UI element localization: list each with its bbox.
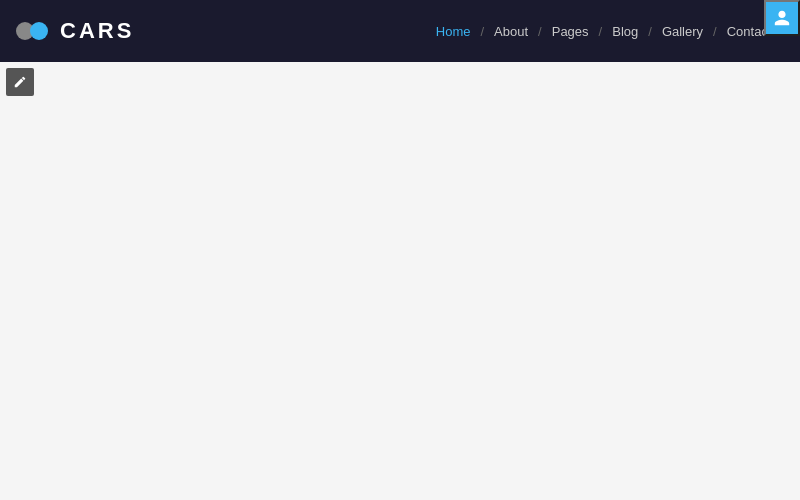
- nav-sep-3: /: [599, 24, 603, 39]
- nav-item-gallery: Gallery: [656, 20, 709, 43]
- nav-sep-4: /: [648, 24, 652, 39]
- main-content: [0, 62, 800, 500]
- circle-blue-icon: [30, 22, 48, 40]
- nav-item-about: About: [488, 20, 534, 43]
- nav-link-blog[interactable]: Blog: [606, 20, 644, 43]
- nav-item-pages: Pages: [546, 20, 595, 43]
- nav-link-home[interactable]: Home: [430, 20, 477, 43]
- nav-sep-2: /: [538, 24, 542, 39]
- nav-link-pages[interactable]: Pages: [546, 20, 595, 43]
- logo-area: CARS: [16, 18, 134, 44]
- nav-item-blog: Blog: [606, 20, 644, 43]
- nav-link-gallery[interactable]: Gallery: [656, 20, 709, 43]
- logo-text: CARS: [60, 18, 134, 44]
- user-icon: [773, 9, 791, 27]
- nav-link-about[interactable]: About: [488, 20, 534, 43]
- pencil-icon: [13, 75, 27, 89]
- navbar: CARS Home / About / Pages / Blog / Galle…: [0, 0, 800, 62]
- nav-sep-5: /: [713, 24, 717, 39]
- logo-icon: [16, 20, 50, 42]
- user-icon-button[interactable]: [764, 0, 800, 36]
- edit-button[interactable]: [6, 68, 34, 96]
- nav-links: Home / About / Pages / Blog / Gallery / …: [430, 20, 784, 43]
- nav-item-home: Home: [430, 20, 477, 43]
- nav-sep-1: /: [480, 24, 484, 39]
